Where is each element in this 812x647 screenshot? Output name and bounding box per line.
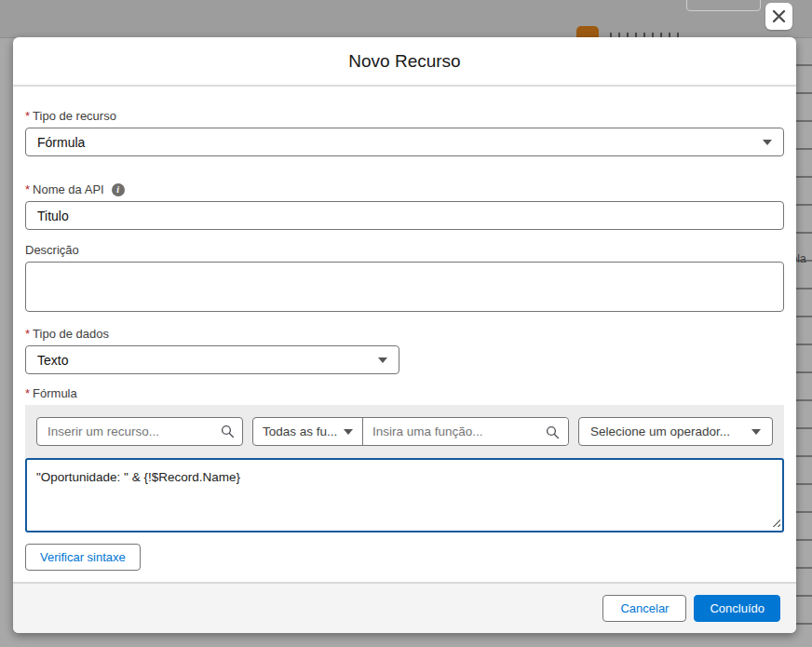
info-icon[interactable]	[112, 183, 125, 196]
formula-editor[interactable]: "Oportunidade: " & {!$Record.Name}	[25, 458, 784, 532]
function-category-select[interactable]: Todas as fu...	[253, 418, 363, 445]
new-resource-modal: Novo Recurso * Tipo de recurso Fórmula *…	[13, 37, 796, 633]
formula-editor-wrap: "Oportunidade: " & {!$Record.Name}	[25, 458, 784, 532]
api-name-input[interactable]	[25, 201, 784, 230]
resource-type-label-text: Tipo de recurso	[33, 109, 116, 123]
formula-toolbar: Todas as fu... Selecione um oper	[25, 405, 784, 458]
modal-header: Novo Recurso	[13, 37, 796, 87]
data-type-label: * Tipo de dados	[25, 327, 784, 341]
api-name-label: * Nome da API	[25, 182, 784, 196]
function-picker-group: Todas as fu...	[252, 417, 569, 446]
chevron-down-icon	[763, 140, 772, 145]
api-name-label-text: Nome da API	[33, 182, 104, 196]
required-marker: *	[25, 182, 30, 196]
check-syntax-button[interactable]: Verificar sintaxe	[25, 544, 141, 571]
field-description: Descrição	[25, 243, 784, 312]
resource-search	[36, 417, 243, 446]
operator-select-value: Selecione um operador...	[590, 425, 730, 438]
formula-label-text: Fórmula	[33, 386, 77, 400]
screen: pela Novo Recurso * Tipo de recurso Fórm…	[0, 0, 812, 647]
resource-search-input[interactable]	[36, 417, 243, 446]
field-api-name: * Nome da API	[25, 182, 784, 230]
required-marker: *	[25, 109, 30, 123]
close-icon	[772, 9, 786, 23]
required-marker: *	[25, 327, 30, 341]
background-table-rows	[796, 38, 812, 647]
field-formula: * Fórmula Todas as fu...	[25, 386, 784, 571]
resource-type-value: Fórmula	[37, 135, 85, 150]
description-label-text: Descrição	[25, 243, 79, 257]
data-type-value: Texto	[37, 353, 68, 368]
resource-type-label: * Tipo de recurso	[25, 109, 784, 123]
data-type-select[interactable]: Texto	[25, 345, 399, 374]
data-type-label-text: Tipo de dados	[33, 327, 109, 341]
done-button[interactable]: Concluído	[694, 595, 780, 622]
function-search	[363, 418, 568, 445]
close-button[interactable]	[765, 3, 792, 30]
description-textarea[interactable]	[25, 262, 784, 312]
background-partial-button	[686, 0, 761, 11]
operator-select[interactable]: Selecione um operador...	[578, 417, 773, 446]
modal-body: * Tipo de recurso Fórmula * Nome da API	[13, 109, 796, 571]
field-resource-type: * Tipo de recurso Fórmula	[25, 109, 784, 156]
chevron-down-icon	[751, 429, 761, 435]
function-search-input[interactable]	[363, 418, 568, 445]
field-data-type: * Tipo de dados Texto	[25, 327, 784, 374]
required-marker: *	[25, 386, 30, 400]
description-label: Descrição	[25, 243, 784, 257]
modal-title: Novo Recurso	[348, 51, 460, 72]
cancel-button[interactable]: Cancelar	[602, 595, 686, 622]
chevron-down-icon	[378, 357, 387, 363]
formula-label: * Fórmula	[25, 386, 784, 400]
function-category-value: Todas as fu...	[263, 425, 337, 438]
chevron-down-icon	[344, 429, 353, 435]
modal-footer: Cancelar Concluído	[13, 582, 796, 633]
resource-type-select[interactable]: Fórmula	[25, 128, 784, 156]
